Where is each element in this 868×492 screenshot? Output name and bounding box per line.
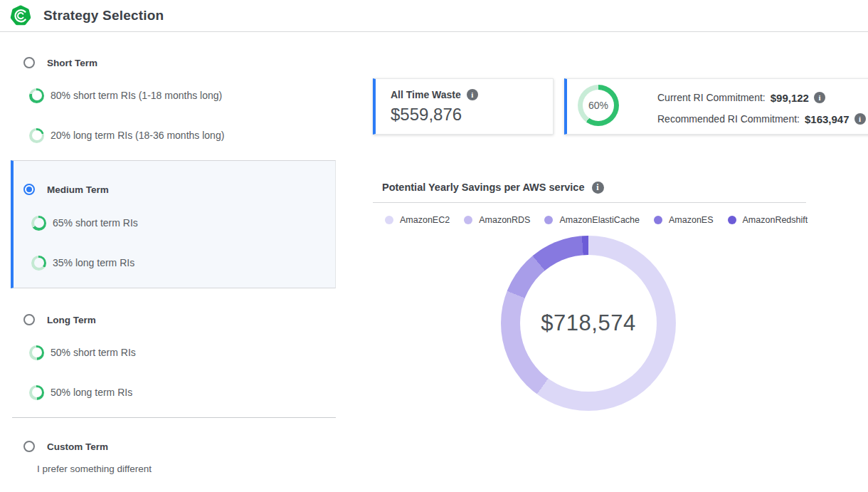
- strategy-option-custom-term[interactable]: Custom Term: [23, 438, 336, 455]
- chart-title: Potential Yearly Savings per AWS service: [382, 182, 585, 193]
- legend-item-amazonrds[interactable]: AmazonRDS: [464, 215, 530, 225]
- commitment-value: $163,947: [805, 113, 850, 125]
- allocation-label: 50% long term RIs: [51, 387, 132, 398]
- allocation-row: 20% long term RIs (18-36 months long): [29, 127, 336, 144]
- option-label: Medium Term: [47, 184, 109, 195]
- allocation-row: 50% long term RIs: [29, 384, 336, 401]
- commitment-label: Recommended RI Commitment:: [657, 113, 800, 125]
- allocation-row: 65% short term RIs: [31, 214, 335, 231]
- option-label: Custom Term: [47, 441, 108, 452]
- option-label: Short Term: [47, 58, 97, 68]
- commitment-line: Current RI Commitment:$99,122i: [657, 90, 866, 105]
- savings-chart-section: Potential Yearly Savings per AWS service…: [373, 178, 806, 411]
- savings-donut-chart[interactable]: $718,574: [501, 236, 676, 411]
- radio-medium-term[interactable]: [23, 184, 35, 195]
- allocation-label: 80% short term RIs (1-18 months long): [51, 90, 222, 101]
- allocation-label: 65% short term RIs: [53, 217, 138, 229]
- legend-item-amazonec2[interactable]: AmazonEC2: [385, 215, 450, 225]
- strategy-section-long-term: Long Term50% short term RIs50% long term…: [11, 311, 336, 401]
- legend-label: AmazonElastiCache: [559, 215, 640, 225]
- donut-center-value: $718,574: [541, 310, 635, 336]
- allocation-label: 35% long term RIs: [53, 257, 134, 268]
- strategy-option-medium-term[interactable]: Medium Term: [23, 181, 335, 198]
- allocation-ring: [29, 88, 44, 103]
- allocation-ring: [29, 128, 44, 143]
- gauge-percent-label: 60%: [588, 100, 608, 111]
- legend-dot: [654, 216, 662, 224]
- legend-label: AmazonRDS: [479, 215, 530, 225]
- legend-dot: [544, 216, 553, 224]
- all-time-waste-card: All Time Waste i $559,876: [373, 78, 554, 135]
- legend-dot: [385, 216, 393, 224]
- strategy-sidebar: Short Term80% short term RIs (1-18 month…: [11, 48, 336, 478]
- strategy-section-custom-term: Custom TermI prefer something different: [11, 438, 336, 478]
- waste-card-value: $559,876: [391, 105, 553, 125]
- cloudability-logo-icon: [10, 5, 31, 26]
- chart-legend: AmazonEC2AmazonRDSAmazonElastiCacheAmazo…: [373, 214, 806, 226]
- donut-hole: $718,574: [520, 255, 657, 392]
- legend-label: AmazonEC2: [400, 215, 450, 225]
- info-icon[interactable]: i: [467, 89, 478, 100]
- strategy-section-medium-term: Medium Term65% short term RIs35% long te…: [11, 160, 336, 288]
- allocation-ring: [31, 216, 46, 231]
- legend-item-amazones[interactable]: AmazonES: [654, 215, 714, 225]
- commitment-label: Current RI Commitment:: [657, 92, 766, 103]
- waste-card-header: All Time Waste i: [391, 89, 553, 100]
- allocation-ring: [29, 345, 44, 360]
- allocation-ring: [31, 256, 46, 271]
- strategy-option-long-term[interactable]: Long Term: [23, 311, 336, 328]
- info-icon[interactable]: i: [814, 92, 825, 103]
- ri-commitment-card: 60% Current RI Commitment:$99,122iRecomm…: [564, 78, 868, 135]
- info-icon[interactable]: i: [592, 182, 604, 194]
- commitment-gauge: 60%: [578, 85, 619, 126]
- allocation-row: 80% short term RIs (1-18 months long): [29, 87, 336, 104]
- allocation-label: 20% long term RIs (18-36 months long): [51, 130, 224, 141]
- page-title: Strategy Selection: [43, 8, 164, 23]
- waste-card-label: All Time Waste: [391, 89, 461, 100]
- strategy-option-short-term[interactable]: Short Term: [23, 54, 336, 71]
- allocation-ring: [29, 385, 44, 400]
- custom-term-description: I prefer something different: [37, 464, 336, 478]
- radio-long-term[interactable]: [23, 314, 35, 325]
- allocation-row: 35% long term RIs: [31, 254, 335, 271]
- chart-header: Potential Yearly Savings per AWS service…: [373, 178, 806, 197]
- allocation-label: 50% short term RIs: [51, 347, 136, 358]
- option-label: Long Term: [47, 315, 96, 325]
- legend-item-amazonredshift[interactable]: AmazonRedshift: [728, 215, 808, 225]
- commitment-value: $99,122: [771, 92, 809, 104]
- commitment-lines: Current RI Commitment:$99,122iRecommende…: [657, 90, 866, 126]
- strategy-section-short-term: Short Term80% short term RIs (1-18 month…: [11, 54, 336, 144]
- radio-short-term[interactable]: [23, 57, 35, 68]
- divider: [373, 202, 806, 203]
- radio-custom-term[interactable]: [23, 441, 35, 452]
- legend-dot: [464, 216, 472, 224]
- legend-label: AmazonRedshift: [743, 215, 808, 225]
- info-icon[interactable]: i: [854, 113, 866, 125]
- legend-item-amazonelasticache[interactable]: AmazonElastiCache: [544, 215, 640, 225]
- commitment-line: Recommended RI Commitment:$163,947i: [657, 112, 866, 126]
- divider: [12, 417, 336, 418]
- legend-dot: [728, 216, 736, 224]
- header: Strategy Selection: [0, 0, 868, 32]
- legend-label: AmazonES: [669, 215, 714, 225]
- allocation-row: 50% short term RIs: [29, 344, 336, 361]
